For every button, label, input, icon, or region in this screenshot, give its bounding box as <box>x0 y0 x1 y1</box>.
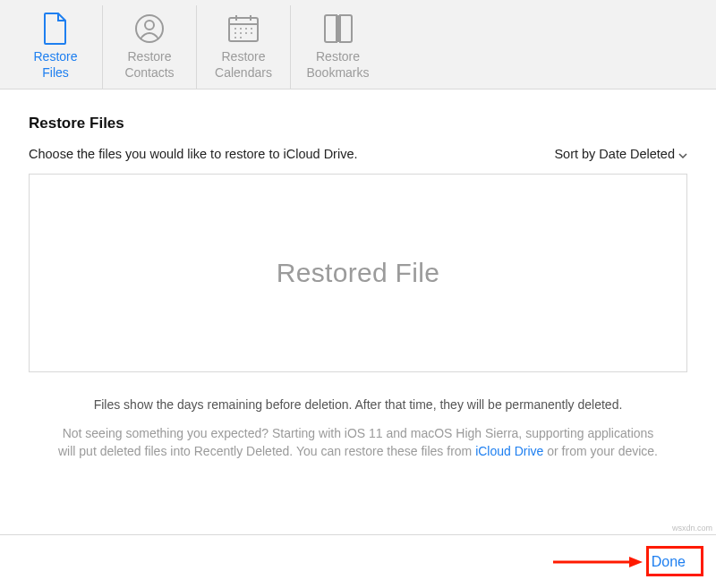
tab-label-line2: Contacts <box>124 65 174 81</box>
tab-label-line2: Bookmarks <box>306 65 369 81</box>
file-list-panel[interactable]: Restored File <box>29 174 687 372</box>
page-title: Restore Files <box>29 115 687 132</box>
main-content: Restore Files Choose the files you would… <box>0 89 716 461</box>
deletion-note: Files show the days remaining before del… <box>55 397 661 412</box>
sort-button[interactable]: Sort by Date Deleted <box>554 147 687 161</box>
done-button[interactable]: Done <box>639 549 698 575</box>
tab-restore-bookmarks[interactable]: Restore Bookmarks <box>291 5 385 89</box>
panel-placeholder-text: Restored File <box>277 258 439 288</box>
calendar-icon <box>227 11 260 47</box>
tab-restore-calendars[interactable]: Restore Calendars <box>197 5 291 89</box>
file-icon <box>42 11 69 47</box>
tab-label-line1: Restore <box>127 49 171 65</box>
chevron-down-icon <box>678 147 687 161</box>
footnotes: Files show the days remaining before del… <box>29 397 687 461</box>
help-note-post: or from your device. <box>543 444 658 458</box>
toolbar: Restore Files Restore Contacts Restore C… <box>0 0 716 89</box>
tab-label-line1: Restore <box>316 49 360 65</box>
page-subtitle: Choose the files you would like to resto… <box>29 147 358 161</box>
tab-label-line2: Calendars <box>215 65 272 81</box>
tab-restore-contacts[interactable]: Restore Contacts <box>103 5 197 89</box>
help-note: Not seeing something you expected? Start… <box>55 424 661 461</box>
svg-rect-2 <box>229 18 258 41</box>
tab-label-line2: Files <box>42 65 69 81</box>
watermark: wsxdn.com <box>672 524 712 533</box>
sort-label: Sort by Date Deleted <box>554 147 675 161</box>
contact-icon <box>134 11 165 47</box>
tab-label-line1: Restore <box>221 49 265 65</box>
tab-restore-files[interactable]: Restore Files <box>9 5 103 89</box>
tab-label-line1: Restore <box>33 49 77 65</box>
bottom-bar: Done <box>0 534 716 588</box>
icloud-drive-link[interactable]: iCloud Drive <box>475 444 543 458</box>
bookmarks-icon <box>321 11 355 47</box>
svg-point-1 <box>145 21 154 30</box>
